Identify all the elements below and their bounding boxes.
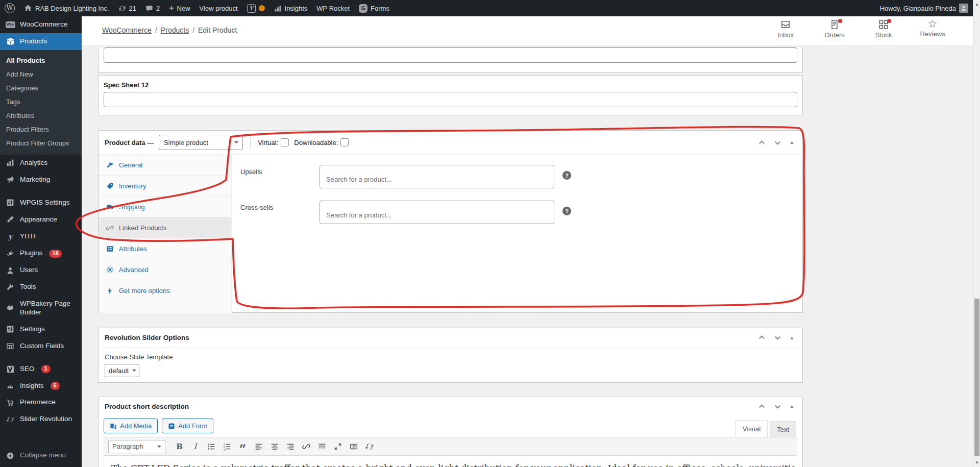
scroll-up-icon[interactable]: ▲ <box>973 2 980 7</box>
bold-button[interactable]: B <box>173 440 186 453</box>
spec-sheet-input[interactable] <box>104 92 797 107</box>
align-right-button[interactable] <box>283 440 297 453</box>
submenu-all-products[interactable]: All Products <box>0 54 82 67</box>
tab-attributes[interactable]: Attributes <box>99 238 231 259</box>
tab-advanced[interactable]: Advanced <box>99 259 231 280</box>
sidebar-item-tools[interactable]: Tools <box>0 279 82 296</box>
sidebar-item-seo[interactable]: SEO 1 <box>0 361 82 378</box>
breadcrumb-products[interactable]: Products <box>161 26 189 34</box>
tab-linked-products[interactable]: Linked Products <box>99 217 231 238</box>
account-menu[interactable]: Howdy, Gianpaulo Pineda <box>875 0 973 16</box>
sidebar-item-settings[interactable]: Settings <box>0 321 82 338</box>
site-link[interactable]: RAB Design Lighting Inc. <box>19 0 114 16</box>
short-description-panel: Product short description ▲ Add Media Ad… <box>98 397 803 467</box>
sidebar-item-insights[interactable]: Insights 5 <box>0 378 82 395</box>
sidebar-item-premmerce[interactable]: Premmerce <box>0 394 82 411</box>
align-center-button[interactable] <box>267 440 281 453</box>
fullscreen-button[interactable] <box>331 440 345 453</box>
move-down-icon[interactable] <box>774 334 781 341</box>
activity-reviews[interactable]: ☆ Reviews <box>917 19 948 39</box>
add-form-button[interactable]: Add Form <box>162 419 213 433</box>
sidebar-item-custom-fields[interactable]: Custom Fields <box>0 338 82 355</box>
submenu-attributes[interactable]: Attributes <box>0 109 82 122</box>
breadcrumb-woocommerce[interactable]: WooCommerce <box>102 26 152 34</box>
insert-link-button[interactable] <box>299 440 313 453</box>
activity-stock[interactable]: Stock <box>868 19 899 39</box>
activity-inbox[interactable]: Inbox <box>770 19 801 39</box>
toggle-panel-icon[interactable]: ▲ <box>790 140 794 145</box>
downloadable-checkbox[interactable] <box>340 138 349 146</box>
short-description-title: Product short description <box>105 403 189 410</box>
read-more-tag-button[interactable] <box>315 440 329 453</box>
view-product-link[interactable]: View product <box>195 0 242 16</box>
toolbar-toggle-button[interactable] <box>347 440 360 453</box>
blockquote-button[interactable]: “ <box>236 440 250 453</box>
move-up-icon[interactable] <box>758 403 766 410</box>
upsells-search-input[interactable]: Search for a product... <box>320 165 554 188</box>
comments-link[interactable]: 2 <box>141 0 164 16</box>
scrollbar-thumb[interactable] <box>974 299 979 456</box>
refresh-button[interactable] <box>362 440 376 453</box>
tab-general[interactable]: General <box>99 155 231 176</box>
short-description-header[interactable]: Product short description ▲ <box>99 397 802 415</box>
yoast-menu[interactable]: Y <box>242 0 270 16</box>
italic-button[interactable]: I <box>188 440 202 453</box>
page-scrollbar[interactable]: ▲ ▼ <box>973 0 980 467</box>
submenu-categories[interactable]: Categories <box>0 81 82 95</box>
sidebar-item-plugins[interactable]: Plugins 18 <box>0 245 82 262</box>
bulleted-list-button[interactable] <box>204 440 218 453</box>
sidebar-item-products[interactable]: Products <box>0 33 82 50</box>
sidebar-item-yith[interactable]: y YITH <box>0 228 82 245</box>
tab-text[interactable]: Text <box>770 421 796 437</box>
align-left-button[interactable] <box>252 440 265 453</box>
move-up-icon[interactable] <box>758 334 766 341</box>
sidebar-item-appearance[interactable]: Appearance <box>0 211 82 228</box>
product-type-select[interactable]: Simple product <box>159 135 243 150</box>
toggle-panel-icon[interactable]: ▲ <box>790 335 794 340</box>
forms-menu[interactable]: G Forms <box>354 0 394 16</box>
move-up-icon[interactable] <box>758 139 766 146</box>
activity-orders[interactable]: Orders <box>819 19 850 39</box>
collapse-menu-button[interactable]: Collapse menu <box>0 447 82 464</box>
sidebar-item-users[interactable]: Users <box>0 262 82 279</box>
tab-inventory[interactable]: Inventory <box>99 176 231 196</box>
tab-shipping[interactable]: Shipping <box>99 196 231 217</box>
tab-visual[interactable]: Visual <box>736 420 768 437</box>
sidebar-item-slider-revolution[interactable]: Slider Revolution <box>0 411 82 428</box>
virtual-checkbox[interactable] <box>281 138 289 146</box>
custom-field-input[interactable] <box>104 47 797 63</box>
toggle-panel-icon[interactable]: ▲ <box>790 404 794 409</box>
wrench-icon <box>5 283 15 291</box>
submenu-tags[interactable]: Tags <box>0 95 82 109</box>
sidebar-item-analytics[interactable]: Analytics <box>0 155 82 171</box>
upsells-help-icon[interactable]: ? <box>562 171 571 180</box>
submenu-add-new[interactable]: Add New <box>0 67 82 81</box>
insights-menu[interactable]: Insights <box>270 0 312 16</box>
wp-rocket-label: WP Rocket <box>316 5 350 12</box>
revolution-slider-header[interactable]: Revolution Slider Options ▲ <box>99 328 802 348</box>
new-menu[interactable]: + New <box>164 0 194 16</box>
cross-sells-help-icon[interactable]: ? <box>562 207 571 215</box>
downloadable-label: Downloadable: <box>294 138 349 146</box>
sidebar-item-wpgis-settings[interactable]: WPGIS Settings <box>0 194 82 211</box>
tab-get-more-options[interactable]: Get more options <box>99 280 231 301</box>
paragraph-format-select[interactable]: Paragraph <box>108 440 165 453</box>
sidebar-item-marketing[interactable]: Marketing <box>0 171 82 188</box>
updates-link[interactable]: 21 <box>114 0 141 16</box>
wp-rocket-menu[interactable]: WP Rocket <box>312 0 354 16</box>
add-media-label: Add Media <box>120 422 152 430</box>
sidebar-item-wpbakery[interactable]: WPBakery Page Builder <box>0 296 82 321</box>
numbered-list-button[interactable]: 123 <box>220 440 234 453</box>
sidebar-item-woocommerce[interactable]: Woo WooCommerce <box>0 16 82 33</box>
scroll-down-icon[interactable]: ▼ <box>973 460 980 465</box>
wordpress-menu[interactable]: W <box>0 0 19 16</box>
slide-template-select[interactable]: default <box>105 364 139 377</box>
add-media-button[interactable]: Add Media <box>104 419 158 433</box>
submenu-product-filter-groups[interactable]: Product Filter Groups <box>0 136 82 150</box>
submenu-product-filters[interactable]: Product Filters <box>0 122 82 136</box>
insights-count-badge: 5 <box>51 382 60 390</box>
move-down-icon[interactable] <box>774 403 781 410</box>
move-down-icon[interactable] <box>774 139 781 146</box>
cross-sells-search-input[interactable]: Search for a product... <box>320 201 554 224</box>
short-description-content[interactable]: The CRT-LED Series is a volumetric troff… <box>104 456 797 467</box>
